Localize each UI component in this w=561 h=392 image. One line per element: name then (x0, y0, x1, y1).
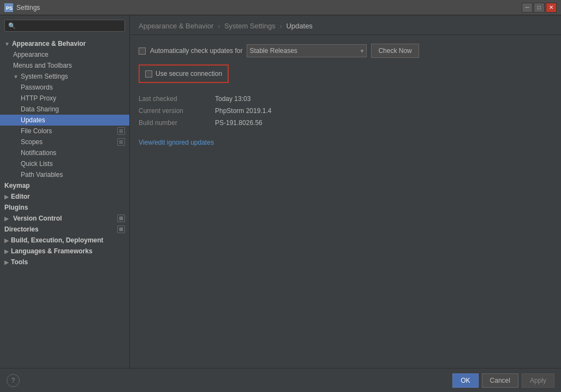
sidebar-item-languages-frameworks[interactable]: ▶ Languages & Frameworks (0, 246, 129, 257)
content-body: Automatically check updates for Stable R… (130, 35, 561, 368)
breadcrumb-sep1: › (218, 22, 220, 30)
sidebar-item-system-settings[interactable]: ▼ System Settings (0, 71, 129, 82)
version-control-icon: ⊞ (117, 215, 125, 222)
sidebar-item-updates[interactable]: Updates (0, 115, 129, 126)
sidebar-label-directories: Directories (4, 225, 39, 233)
sidebar-item-directories[interactable]: Directories ⊞ (0, 224, 129, 235)
sidebar-item-editor[interactable]: ▶ Editor (0, 191, 129, 202)
minimize-button[interactable]: ─ (522, 3, 533, 13)
window-controls: ─ □ ✕ (522, 3, 557, 13)
sidebar-label-editor: Editor (11, 193, 30, 200)
sidebar-tree: ▼ Appearance & Behavior Appearance Menus… (0, 36, 129, 368)
search-icon: 🔍 (8, 22, 16, 29)
sidebar-label-http-proxy: HTTP Proxy (21, 94, 56, 102)
info-grid: Last checked Today 13:03 Current version… (139, 94, 552, 128)
last-checked-label: Last checked (139, 94, 215, 104)
directories-icon: ⊞ (117, 225, 125, 233)
sidebar-item-build-exec-deploy[interactable]: ▶ Build, Execution, Deployment (0, 235, 129, 246)
sidebar-label-file-colors: File Colors (21, 127, 52, 135)
title-bar: PS Settings ─ □ ✕ (0, 0, 561, 15)
sidebar-label-build-exec-deploy: Build, Execution, Deployment (11, 236, 103, 244)
sidebar-label-keymap: Keymap (4, 182, 30, 189)
maximize-button[interactable]: □ (534, 3, 545, 13)
search-box[interactable]: 🔍 (4, 20, 125, 32)
last-checked-value: Today 13:03 (215, 94, 552, 104)
close-button[interactable]: ✕ (546, 3, 557, 13)
sidebar-item-scopes[interactable]: Scopes ⊞ (0, 136, 129, 147)
sidebar: 🔍 ▼ Appearance & Behavior Appearance Men… (0, 15, 130, 368)
sidebar-label-appearance-behavior: Appearance & Behavior (12, 40, 86, 47)
breadcrumb-part3: Updates (286, 22, 312, 30)
current-version-label: Current version (139, 106, 215, 116)
svg-text:PS: PS (6, 5, 13, 11)
search-input[interactable] (18, 22, 121, 29)
auto-check-row: Automatically check updates for Stable R… (139, 44, 552, 58)
sidebar-item-tools[interactable]: ▶ Tools (0, 257, 129, 268)
sidebar-item-quick-lists[interactable]: Quick Lists (0, 158, 129, 169)
build-number-label: Build number (139, 118, 215, 128)
breadcrumb-sep2: › (279, 22, 282, 30)
view-ignored-link[interactable]: View/edit ignored updates (139, 139, 214, 146)
scopes-icon: ⊞ (117, 138, 125, 146)
app-icon: PS (4, 3, 13, 12)
check-now-button[interactable]: Check Now (371, 44, 419, 58)
sidebar-label-languages-frameworks: Languages & Frameworks (11, 247, 92, 255)
expand-arrow-build-exec-deploy: ▶ (4, 237, 9, 243)
channel-select[interactable]: Stable Releases Beta Releases Early Acce… (247, 44, 367, 57)
bottom-bar: ? OK Cancel Apply (0, 368, 561, 392)
breadcrumb: Appearance & Behavior › System Settings … (130, 15, 561, 35)
main-layout: 🔍 ▼ Appearance & Behavior Appearance Men… (0, 15, 561, 368)
build-number-value: PS-191.8026.56 (215, 118, 552, 128)
sidebar-item-menus-toolbars[interactable]: Menus and Toolbars (0, 60, 129, 71)
expand-arrow-version-control: ▶ (4, 216, 9, 222)
sidebar-item-path-variables[interactable]: Path Variables (0, 169, 129, 180)
breadcrumb-part2: System Settings (224, 22, 276, 30)
sidebar-label-notifications: Notifications (21, 149, 56, 157)
secure-connection-label: Use secure connection (156, 70, 222, 78)
auto-check-checkbox[interactable] (139, 47, 146, 55)
sidebar-label-appearance: Appearance (13, 51, 49, 58)
ok-button[interactable]: OK (452, 373, 478, 388)
auto-check-label: Automatically check updates for (150, 47, 242, 55)
sidebar-item-appearance-behavior[interactable]: ▼ Appearance & Behavior (0, 38, 129, 49)
sidebar-label-tools: Tools (11, 258, 28, 266)
sidebar-label-passwords: Passwords (21, 84, 53, 91)
sidebar-label-version-control: Version Control (13, 215, 62, 222)
expand-arrow-system-settings: ▼ (13, 74, 19, 80)
secure-connection-box: Use secure connection (139, 64, 229, 83)
sidebar-label-data-sharing: Data Sharing (21, 105, 59, 113)
expand-arrow-editor: ▶ (4, 194, 9, 200)
sidebar-item-appearance[interactable]: Appearance (0, 49, 129, 60)
channel-select-wrapper: Stable Releases Beta Releases Early Acce… (247, 44, 367, 57)
sidebar-label-plugins: Plugins (4, 204, 28, 211)
file-colors-icon: ⊞ (117, 127, 125, 135)
sidebar-label-updates: Updates (21, 116, 45, 124)
help-button[interactable]: ? (7, 374, 20, 387)
apply-button[interactable]: Apply (522, 373, 554, 388)
expand-arrow-languages-frameworks: ▶ (4, 248, 9, 254)
sidebar-item-plugins[interactable]: Plugins (0, 202, 129, 213)
sidebar-label-menus-toolbars: Menus and Toolbars (13, 62, 72, 69)
sidebar-item-notifications[interactable]: Notifications (0, 147, 129, 158)
sidebar-label-scopes: Scopes (21, 138, 43, 146)
current-version-value: PhpStorm 2019.1.4 (215, 106, 552, 116)
sidebar-label-system-settings: System Settings (21, 73, 68, 80)
sidebar-item-http-proxy[interactable]: HTTP Proxy (0, 93, 129, 104)
sidebar-item-keymap[interactable]: Keymap (0, 180, 129, 191)
sidebar-item-passwords[interactable]: Passwords (0, 82, 129, 93)
breadcrumb-part1: Appearance & Behavior (139, 22, 213, 30)
cancel-button[interactable]: Cancel (482, 373, 518, 388)
secure-connection-checkbox[interactable] (145, 70, 152, 78)
sidebar-item-version-control[interactable]: ▶ Version Control ⊞ (0, 213, 129, 224)
content-area: Appearance & Behavior › System Settings … (130, 15, 561, 368)
sidebar-item-file-colors[interactable]: File Colors ⊞ (0, 126, 129, 136)
sidebar-label-quick-lists: Quick Lists (21, 160, 53, 168)
expand-arrow-tools: ▶ (4, 259, 9, 265)
sidebar-label-path-variables: Path Variables (21, 171, 63, 179)
expand-arrow-appearance-behavior: ▼ (4, 41, 10, 47)
sidebar-item-data-sharing[interactable]: Data Sharing (0, 104, 129, 115)
window-title: Settings (16, 4, 522, 11)
